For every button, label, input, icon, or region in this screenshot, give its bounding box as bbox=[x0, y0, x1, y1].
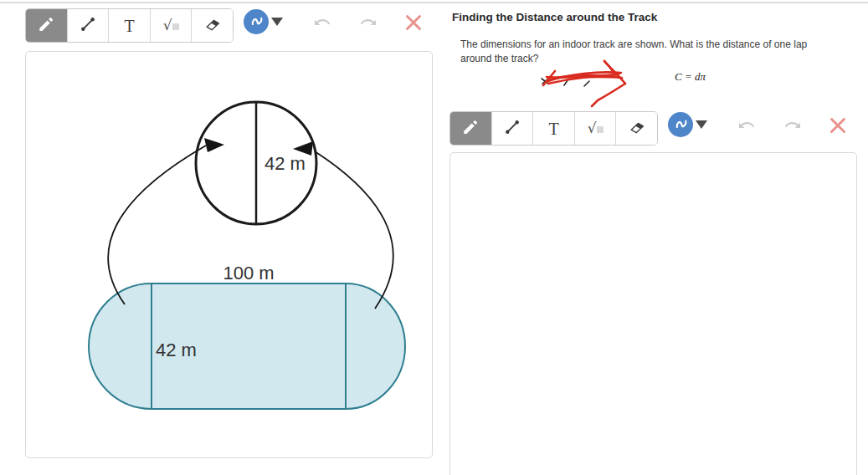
pen-style-dropdown-caret[interactable] bbox=[271, 18, 283, 26]
circumference-formula: C = dπ bbox=[675, 70, 706, 84]
text-tool-icon: T bbox=[124, 18, 134, 34]
line-tool-button[interactable] bbox=[492, 112, 534, 145]
redo-button[interactable] bbox=[783, 115, 803, 135]
figure-canvas[interactable]: 42 m 100 m 42 m bbox=[25, 51, 433, 458]
clear-button[interactable] bbox=[403, 13, 424, 33]
eraser-icon bbox=[628, 118, 646, 140]
pen-style-button[interactable] bbox=[668, 112, 693, 137]
problem-title: Finding the Distance around the Track bbox=[452, 11, 657, 23]
text-tool-button[interactable]: T bbox=[109, 9, 151, 42]
track-stadium-shape bbox=[89, 283, 405, 409]
red-pen-annotation bbox=[527, 50, 645, 113]
redo-button[interactable] bbox=[358, 13, 378, 33]
answer-canvas[interactable] bbox=[449, 152, 857, 475]
eraser-tool-button[interactable] bbox=[192, 9, 233, 42]
pencil-icon bbox=[37, 15, 55, 37]
tool-group-left: T √ bbox=[25, 8, 234, 43]
eraser-icon bbox=[203, 15, 222, 37]
pen-squiggle-icon bbox=[247, 11, 265, 33]
undo-button[interactable] bbox=[312, 13, 332, 33]
line-segment-icon bbox=[503, 118, 521, 140]
undo-button[interactable] bbox=[737, 115, 757, 135]
equation-tool-button[interactable]: √ bbox=[151, 9, 193, 42]
red-scribble bbox=[543, 61, 625, 106]
pen-style-dropdown-caret[interactable] bbox=[696, 120, 707, 129]
square-root-icon: √ bbox=[163, 18, 179, 33]
track-width-label: 42 m bbox=[156, 340, 197, 360]
circle-diameter-label: 42 m bbox=[265, 153, 306, 174]
pencil-tool-button[interactable] bbox=[26, 9, 68, 42]
line-tool-button[interactable] bbox=[68, 9, 110, 42]
tool-group-right: T √ bbox=[449, 111, 658, 146]
top-divider bbox=[0, 2, 868, 3]
pen-squiggle-icon bbox=[671, 114, 690, 135]
pencil-icon bbox=[461, 118, 480, 140]
square-root-icon: √ bbox=[588, 121, 603, 135]
clear-button[interactable] bbox=[828, 115, 848, 135]
eraser-tool-button[interactable] bbox=[616, 112, 657, 145]
line-segment-icon bbox=[79, 15, 97, 37]
worksheet-page: T √ bbox=[0, 0, 868, 475]
drawing-toolbar-right: T √ bbox=[449, 111, 861, 146]
track-figure: 42 m 100 m 42 m bbox=[26, 52, 432, 457]
text-tool-icon: T bbox=[548, 120, 558, 137]
pen-style-button[interactable] bbox=[244, 9, 269, 34]
left-connector-arc bbox=[108, 146, 206, 304]
text-tool-button[interactable]: T bbox=[533, 112, 575, 145]
drawing-toolbar-left: T √ bbox=[25, 8, 437, 43]
track-length-label: 100 m bbox=[223, 263, 274, 283]
equation-tool-button[interactable]: √ bbox=[575, 112, 617, 145]
pencil-tool-button[interactable] bbox=[450, 112, 492, 145]
